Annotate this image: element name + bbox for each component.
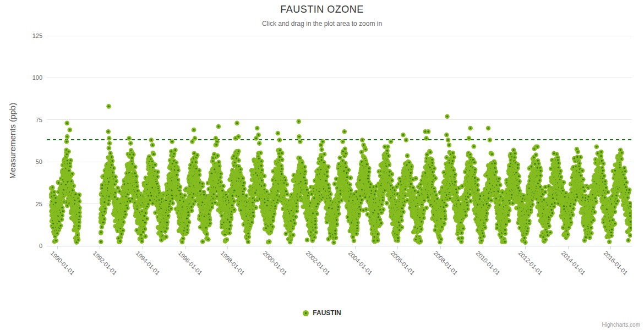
scatter-points-canvas[interactable] bbox=[47, 36, 632, 246]
x-axis-tick-label: 1998-01-01 bbox=[220, 250, 246, 276]
x-axis-tick-label: 2016-01-01 bbox=[602, 250, 629, 276]
y-axis-tick-label: 125 bbox=[32, 32, 42, 40]
x-axis-tick-label: 1990-01-01 bbox=[49, 250, 75, 276]
y-axis-tick-label: 100 bbox=[32, 74, 42, 81]
x-axis-tick-mark bbox=[185, 246, 185, 249]
x-axis-tick-label: 2008-01-01 bbox=[432, 250, 459, 276]
x-axis-tick-mark bbox=[525, 246, 526, 249]
x-axis-tick-mark bbox=[483, 246, 483, 249]
y-axis-tick-label: 75 bbox=[36, 116, 42, 124]
x-axis-tick-mark bbox=[610, 246, 611, 249]
legend-label: FAUSTIN bbox=[313, 309, 341, 317]
x-axis-tick-label: 2012-01-01 bbox=[517, 250, 544, 276]
y-axis-tick-label: 50 bbox=[36, 158, 42, 166]
x-axis-tick-mark bbox=[270, 246, 270, 249]
x-axis-tick-label: 2006-01-01 bbox=[390, 250, 416, 276]
y-axis-tick-label: 25 bbox=[36, 200, 42, 208]
chart-title: FAUSTIN OZONE bbox=[0, 4, 644, 15]
x-axis-tick-mark bbox=[355, 246, 356, 249]
x-axis-tick-label: 2002-01-01 bbox=[304, 250, 331, 276]
chart-container: FAUSTIN OZONE Click and drag in the plot… bbox=[0, 0, 644, 330]
legend: FAUSTIN bbox=[0, 309, 644, 317]
y-axis-tick-label: 0 bbox=[39, 242, 42, 250]
x-axis-tick-mark bbox=[568, 246, 569, 249]
x-axis-tick-label: 1992-01-01 bbox=[92, 250, 118, 276]
x-axis-tick-mark bbox=[227, 246, 228, 249]
x-axis-tick-label: 2010-01-01 bbox=[475, 250, 501, 276]
legend-item-faustin[interactable]: FAUSTIN bbox=[303, 309, 341, 317]
x-axis-tick-mark bbox=[313, 246, 313, 249]
legend-marker-icon bbox=[303, 310, 309, 316]
x-axis-tick-mark bbox=[397, 246, 398, 249]
x-axis-line bbox=[47, 246, 632, 246]
x-axis-tick-label: 2004-01-01 bbox=[347, 250, 374, 276]
y-axis: 0255075100125 bbox=[0, 36, 42, 246]
chart-subtitle: Click and drag in the plot area to zoom … bbox=[0, 20, 644, 28]
x-axis-tick-label: 1996-01-01 bbox=[177, 250, 203, 276]
x-axis-tick-mark bbox=[143, 246, 143, 249]
plot-area[interactable] bbox=[47, 36, 632, 246]
x-axis-tick-label: 1994-01-01 bbox=[134, 250, 161, 276]
x-axis-tick-label: 2014-01-01 bbox=[560, 250, 586, 276]
x-axis-tick-label: 2000-01-01 bbox=[262, 250, 288, 276]
x-axis-tick-mark bbox=[440, 246, 441, 249]
x-axis-tick-mark bbox=[57, 246, 58, 249]
highcharts-credits-link[interactable]: Highcharts.com bbox=[602, 322, 640, 328]
x-axis-tick-mark bbox=[100, 246, 100, 249]
